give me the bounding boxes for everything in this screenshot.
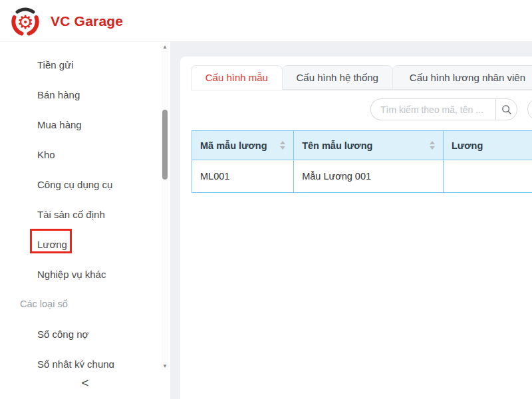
sort-icon[interactable] bbox=[280, 141, 285, 150]
collapse-sidebar-button[interactable]: < bbox=[72, 372, 98, 394]
app-window: ⚙ VC Garage Tiền gửi Bán hàng Mua hàng K… bbox=[0, 0, 532, 399]
search-group bbox=[370, 98, 517, 120]
sidebar-item-so-nhat-ky-chung[interactable]: Sổ nhật ký chung bbox=[0, 349, 161, 368]
sidebar-scroll-area: Tiền gửi Bán hàng Mua hàng Kho Công cụ d… bbox=[0, 42, 161, 368]
scrollbar-thumb[interactable] bbox=[162, 110, 168, 180]
cell-ten-mau-luong[interactable]: Mẫu Lương 001 bbox=[294, 160, 444, 193]
partial-button[interactable] bbox=[527, 98, 532, 120]
salary-template-table: Mã mẫu lương Tên mẫu lương Lương bbox=[192, 130, 532, 193]
sidebar-item-luong[interactable]: Lương bbox=[0, 229, 161, 259]
sidebar-item-tai-san-co-dinh[interactable]: Tài sản cố định bbox=[0, 200, 161, 229]
column-header-ten-mau-luong[interactable]: Tên mẫu lương bbox=[294, 131, 444, 160]
search-icon bbox=[501, 104, 512, 115]
tab-cau-hinh-luong-nhan-vien[interactable]: Cấu hình lương nhân viên bbox=[392, 65, 532, 90]
app-header: ⚙ VC Garage bbox=[0, 0, 532, 42]
svg-text:⚙: ⚙ bbox=[17, 12, 33, 33]
main-area: Cấu hình mẫu Cấu hình hệ thống Cấu hình … bbox=[170, 42, 532, 399]
sidebar-item-mua-hang[interactable]: Mua hàng bbox=[0, 110, 161, 140]
sidebar-section-cac-loai-so: Các loại sổ bbox=[0, 289, 161, 319]
scrollbar-up-icon[interactable]: ▲ bbox=[162, 43, 168, 51]
sidebar-item-ban-hang[interactable]: Bán hàng bbox=[0, 80, 161, 110]
gear-logo-icon: ⚙ bbox=[9, 5, 42, 38]
tab-cau-hinh-he-thong[interactable]: Cấu hình hệ thống bbox=[282, 65, 393, 90]
sidebar-item-cong-cu-dung-cu[interactable]: Công cụ dụng cụ bbox=[0, 170, 161, 200]
search-input[interactable] bbox=[370, 98, 495, 120]
table-row[interactable]: ML001 Mẫu Lương 001 bbox=[192, 160, 532, 193]
cell-ma-mau-luong[interactable]: ML001 bbox=[192, 160, 294, 193]
tab-bar: Cấu hình mẫu Cấu hình hệ thống Cấu hình … bbox=[191, 65, 532, 90]
sidebar-footer: < bbox=[0, 370, 170, 399]
sidebar-scrollbar: ▲ ▼ bbox=[162, 43, 168, 370]
content-card: Cấu hình mẫu Cấu hình hệ thống Cấu hình … bbox=[180, 57, 532, 399]
chevron-left-icon: < bbox=[81, 376, 88, 390]
column-header-ma-mau-luong[interactable]: Mã mẫu lương bbox=[192, 131, 294, 160]
sort-icon[interactable] bbox=[430, 141, 435, 150]
sidebar-item-tien-gui[interactable]: Tiền gửi bbox=[0, 50, 161, 80]
tab-cau-hinh-mau[interactable]: Cấu hình mẫu bbox=[191, 65, 283, 90]
sidebar: Tiền gửi Bán hàng Mua hàng Kho Công cụ d… bbox=[0, 42, 170, 399]
search-button[interactable] bbox=[495, 98, 517, 120]
cell-luong[interactable] bbox=[443, 160, 532, 193]
sidebar-item-nghiep-vu-khac[interactable]: Nghiệp vụ khác bbox=[0, 259, 161, 289]
sidebar-item-kho[interactable]: Kho bbox=[0, 140, 161, 170]
table-header-row: Mã mẫu lương Tên mẫu lương Lương bbox=[192, 131, 532, 160]
brand-name: VC Garage bbox=[51, 13, 123, 29]
column-header-luong[interactable]: Lương bbox=[443, 131, 532, 160]
sidebar-item-so-cong-no[interactable]: Sổ công nợ bbox=[0, 319, 161, 349]
